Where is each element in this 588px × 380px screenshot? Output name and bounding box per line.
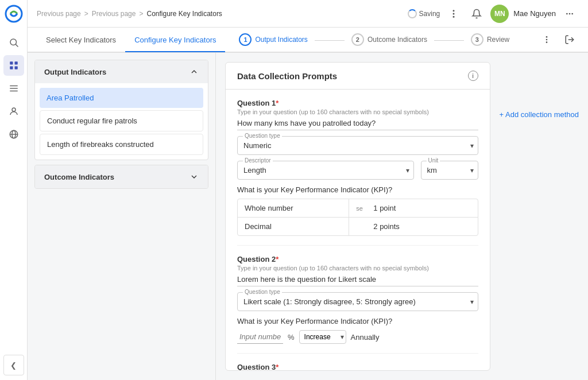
- output-indicators-section: Output Indicators Area Patrolled Conduct…: [34, 60, 208, 160]
- step-1: 1 Output Indicators: [239, 33, 307, 46]
- svg-point-18: [569, 13, 571, 14]
- step-divider-2: ————: [434, 36, 464, 44]
- breadcrumb-item-1[interactable]: Previous page: [37, 10, 81, 18]
- breadcrumb: Previous page > Previous page > Configur…: [37, 10, 222, 18]
- avatar[interactable]: MN: [490, 5, 509, 23]
- user-menu-button[interactable]: [560, 5, 579, 23]
- right-panel: Data Collection Prompts i Question 1* Ty…: [216, 53, 588, 380]
- svg-point-15: [453, 13, 455, 14]
- svg-point-16: [453, 15, 455, 17]
- kpi-row-2-left: Decimal: [238, 218, 349, 235]
- add-collection-method-button[interactable]: + Add collection method: [500, 108, 579, 121]
- saving-text: Saving: [419, 10, 440, 18]
- question-type-label-1: Question type: [243, 133, 282, 139]
- svg-point-1: [10, 39, 17, 45]
- content-area: Output Indicators Area Patrolled Conduct…: [28, 53, 588, 380]
- question-2-label: Question 2*: [237, 255, 478, 263]
- avatar-initials: MN: [494, 10, 505, 18]
- unit-group: Unit km ▾: [421, 161, 478, 180]
- outcome-indicators-header[interactable]: Outcome Indicators: [35, 165, 208, 188]
- sidebar-collapse-button[interactable]: ❮: [3, 355, 24, 375]
- output-indicators-title: Output Indicators: [44, 68, 106, 76]
- question-1-required: *: [276, 99, 278, 107]
- kpi-row-2: Decimal 2 points: [238, 218, 478, 235]
- svg-rect-5: [10, 67, 13, 69]
- tab-nav-left: Select Key Indicators Configure Key Indi…: [37, 28, 509, 52]
- descriptor-group: Descriptor Length ▾: [237, 161, 414, 180]
- tab-select-key-indicators[interactable]: Select Key Indicators: [37, 28, 125, 52]
- sidebar-globe-icon[interactable]: [3, 124, 24, 145]
- outcome-indicators-title: Outcome Indicators: [44, 173, 114, 181]
- svg-rect-6: [14, 67, 17, 69]
- kpi-direction-select-wrapper: Increase Decrease ▾: [299, 330, 346, 344]
- stepper: 1 Output Indicators ———— 2 Outcome Indic…: [239, 33, 509, 46]
- indicator-item-firebreaks[interactable]: Length of firebreaks constructed: [40, 134, 203, 155]
- svg-rect-4: [14, 61, 17, 64]
- question-2-value[interactable]: Lorem here is the question for Likert sc…: [237, 275, 478, 286]
- output-indicators-items: Area Patrolled Conduct regular fire patr…: [35, 83, 208, 160]
- question-2-hint: Type in your question (up to 160 charact…: [237, 265, 478, 272]
- top-nav: Previous page > Previous page > Configur…: [28, 0, 588, 28]
- step-divider-1: ————: [315, 36, 345, 44]
- step-2-circle: 2: [351, 33, 364, 46]
- data-collection-card: Data Collection Prompts i Question 1* Ty…: [225, 62, 490, 371]
- bell-icon[interactable]: [467, 5, 486, 23]
- kpi-label-1: What is your Key Performance Indicator (…: [237, 185, 478, 194]
- logout-button[interactable]: [560, 30, 579, 49]
- indicator-item-fire-patrols[interactable]: Conduct regular fire patrols: [40, 110, 203, 131]
- question-1-hint: Type in your question (up to 160 charact…: [237, 108, 478, 115]
- info-icon[interactable]: i: [468, 71, 478, 81]
- app-logo: [5, 5, 23, 23]
- output-indicators-header[interactable]: Output Indicators: [35, 60, 208, 83]
- step-1-circle: 1: [239, 33, 252, 46]
- question-1-type-group: Question type Numeric ▾: [237, 136, 478, 155]
- collapse-output-icon: [189, 67, 199, 76]
- step-2: 2 Outcome Indicators: [351, 33, 427, 46]
- outcome-indicators-section: Outcome Indicators: [34, 165, 208, 189]
- kpi-row-1-sep: se: [349, 200, 366, 216]
- kpi-frequency: Annually: [351, 333, 380, 342]
- add-collection-container: + Add collection method: [500, 62, 579, 371]
- svg-point-20: [546, 36, 548, 38]
- question-1-type-row: Question type Numeric ▾: [237, 136, 478, 155]
- card-title: Data Collection Prompts: [237, 71, 337, 81]
- kpi-row-1: Whole number se 1 point: [238, 199, 478, 218]
- sidebar-grid-icon[interactable]: [3, 55, 24, 76]
- svg-point-0: [6, 6, 22, 22]
- indicator-item-area-patrolled[interactable]: Area Patrolled: [40, 88, 203, 108]
- tab-nav: Select Key Indicators Configure Key Indi…: [28, 28, 588, 53]
- question-2-type-group: Question type Likert scale (1: Strongly …: [237, 292, 478, 311]
- unit-label: Unit: [427, 157, 440, 164]
- breadcrumb-separator-1: >: [84, 10, 88, 18]
- svg-point-21: [546, 39, 548, 41]
- descriptor-label: Descriptor: [243, 157, 273, 164]
- question-2-block: Question 2* Type in your question (up to…: [237, 246, 478, 354]
- kpi-row-2-right: 2 points: [366, 218, 477, 235]
- more-options-button[interactable]: [444, 5, 463, 23]
- kpi-row-1-right: 1 point: [366, 199, 477, 217]
- saving-indicator: Saving: [408, 9, 440, 18]
- kpi-input-number[interactable]: [237, 330, 283, 344]
- tab-nav-right: [537, 30, 579, 49]
- kpi-direction-select[interactable]: Increase Decrease: [299, 330, 346, 344]
- question-3-label: Question 3*: [237, 363, 478, 371]
- svg-line-2: [16, 44, 18, 46]
- question-1-block: Question 1* Type in your question (up to…: [237, 90, 478, 246]
- question-3-required: *: [276, 363, 278, 371]
- saving-spinner: [408, 9, 417, 18]
- sidebar-list-icon[interactable]: [3, 78, 24, 99]
- svg-point-19: [571, 13, 573, 14]
- question-1-value[interactable]: How many kms have you patrolled today?: [237, 119, 478, 130]
- question-3-block: Question 3* Type in your question (up to…: [237, 354, 478, 371]
- kpi-label-2: What is your Key Performance Indicator (…: [237, 317, 478, 325]
- kpi-inline-2: % Increase Decrease ▾ Annually: [237, 330, 478, 344]
- breadcrumb-item-2[interactable]: Previous page: [92, 10, 136, 18]
- tab-configure-key-indicators[interactable]: Configure Key Indicators: [125, 28, 225, 52]
- vertical-dots-button[interactable]: [537, 30, 556, 49]
- expand-outcome-icon: [189, 172, 199, 181]
- svg-point-17: [566, 13, 568, 14]
- question-2-type-row: Question type Likert scale (1: Strongly …: [237, 292, 478, 311]
- sidebar-person-icon[interactable]: [3, 101, 24, 122]
- question-1-descriptor-row: Descriptor Length ▾ Unit: [237, 161, 478, 180]
- sidebar-search-icon[interactable]: [3, 32, 24, 53]
